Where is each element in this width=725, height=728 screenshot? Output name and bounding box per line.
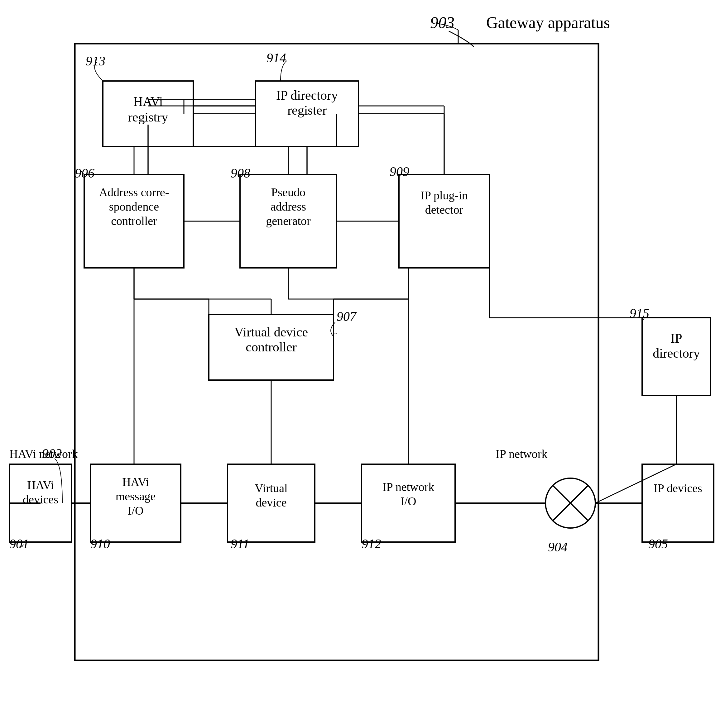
ip-directory-label2: directory (653, 346, 700, 360)
ip-dir-register-label2: register (287, 103, 326, 118)
ref-905: 905 (648, 537, 668, 551)
ref-904: 904 (548, 540, 567, 554)
ip-devices-label1: IP devices (654, 482, 702, 495)
addr-corr-label1: Address corre- (99, 186, 169, 199)
ip-plugin-label1: IP plug-in (420, 189, 468, 202)
ref-912: 912 (362, 537, 381, 551)
virt-dev-ctrl-label2: controller (245, 340, 296, 354)
ref-908: 908 (231, 166, 250, 180)
pseudo-addr-label1: Pseudo (271, 186, 305, 199)
havi-msg-io-label3: I/O (128, 504, 144, 517)
virt-dev-ctrl-label1: Virtual device (235, 325, 308, 339)
ref-910: 910 (90, 537, 110, 551)
virtual-device-label1: Virtual (254, 482, 287, 495)
virtual-device-label2: device (256, 496, 287, 509)
havi-msg-io-label1: HAVi (122, 476, 149, 488)
ip-network-io-label1: IP network (382, 480, 434, 493)
havi-registry-label: HAVi (133, 94, 163, 109)
ref-901: 901 (9, 537, 29, 551)
ref-914: 914 (267, 51, 286, 65)
ip-network-label: IP network (496, 447, 547, 460)
title-label: Gateway apparatus (486, 14, 610, 31)
title-ref-label: 903 (430, 14, 454, 31)
ref-906: 906 (75, 166, 95, 180)
ip-plugin-label2: detector (425, 203, 463, 216)
pseudo-addr-label3: generator (266, 214, 311, 227)
havi-devices-label2: devices (23, 493, 58, 506)
addr-corr-label3: controller (111, 214, 157, 227)
havi-devices-label1: HAVi (27, 479, 54, 492)
ref-907: 907 (337, 309, 357, 324)
ref-915: 915 (630, 306, 649, 321)
havi-network-label: HAVi network (9, 447, 78, 460)
pseudo-addr-label2: address (271, 200, 306, 213)
havi-msg-io-label2: message (116, 490, 156, 503)
ip-network-io-label2: I/O (400, 495, 417, 508)
ip-plugin-box (399, 174, 489, 268)
ref-913: 913 (86, 54, 105, 68)
havi-registry-label2: registry (128, 110, 168, 124)
addr-corr-label2: spondence (109, 200, 159, 213)
ref-911: 911 (231, 537, 249, 551)
ip-directory-label1: IP (670, 331, 682, 346)
ip-dir-register-label1: IP directory (276, 88, 338, 102)
ref-909: 909 (389, 164, 409, 179)
